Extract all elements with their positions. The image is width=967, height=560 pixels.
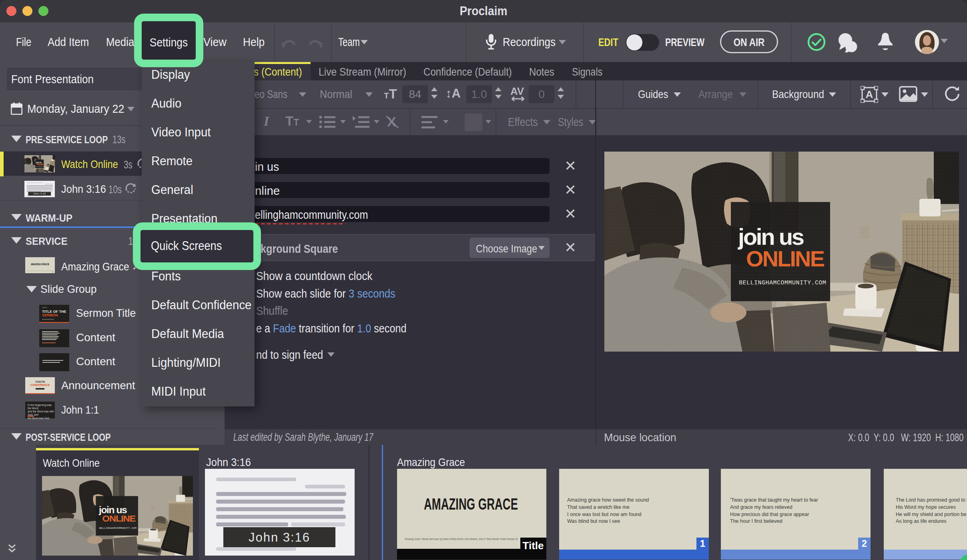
- svg-text:AV: AV: [510, 86, 524, 97]
- svg-text:A: A: [866, 88, 873, 100]
